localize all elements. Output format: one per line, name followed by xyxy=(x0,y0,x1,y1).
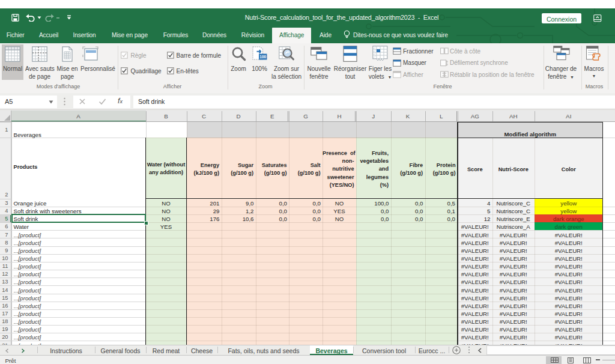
svg-text:100: 100 xyxy=(259,55,266,59)
